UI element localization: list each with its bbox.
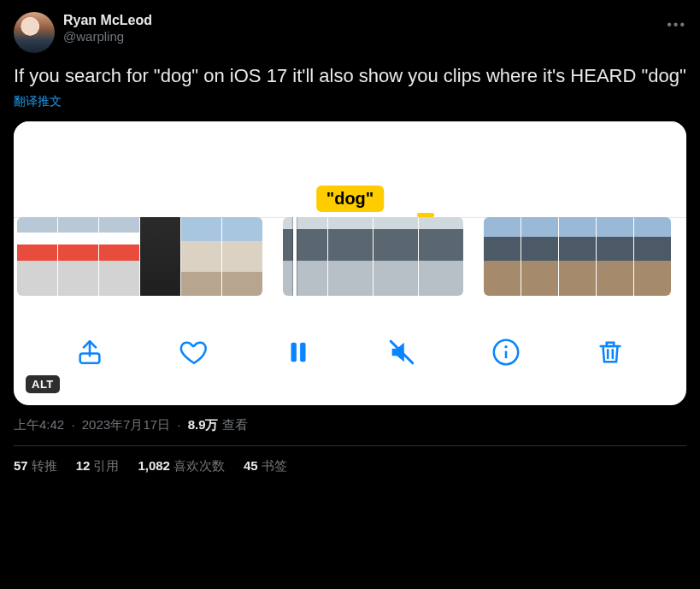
clip-thumb bbox=[419, 217, 463, 296]
clip-thumb bbox=[374, 217, 418, 296]
heart-icon[interactable] bbox=[179, 337, 209, 368]
quotes-stat[interactable]: 12引用 bbox=[76, 458, 120, 474]
alt-badge[interactable]: ALT bbox=[26, 375, 60, 393]
clip-group[interactable] bbox=[283, 217, 463, 296]
svg-rect-2 bbox=[300, 342, 305, 362]
bookmarks-stat[interactable]: 45书签 bbox=[244, 458, 287, 474]
handle: @warpling bbox=[63, 29, 152, 45]
trash-icon[interactable] bbox=[595, 337, 626, 368]
tweet-time[interactable]: 上午4:42 bbox=[14, 417, 64, 432]
meta-row: 上午4:42 · 2023年7月17日 · 8.9万 查看 bbox=[14, 417, 686, 433]
retweets-stat[interactable]: 57转推 bbox=[14, 458, 57, 474]
timeline-strip[interactable] bbox=[14, 217, 686, 296]
likes-stat[interactable]: 1,082喜欢次数 bbox=[138, 458, 225, 474]
tweet-date[interactable]: 2023年7月17日 bbox=[82, 417, 170, 432]
views-count: 8.9万 bbox=[188, 417, 219, 432]
translate-link[interactable]: 翻译推文 bbox=[14, 94, 686, 109]
clip-thumb bbox=[597, 217, 633, 296]
media-controls bbox=[14, 296, 686, 405]
clip-thumb bbox=[140, 217, 180, 296]
media-card[interactable]: "dog" bbox=[14, 121, 686, 405]
divider bbox=[14, 445, 686, 446]
stats-row: 57转推 12引用 1,082喜欢次数 45书签 bbox=[14, 458, 686, 474]
tweet-header: Ryan McLeod @warpling ••• bbox=[14, 12, 686, 53]
clip-thumb bbox=[521, 217, 558, 296]
clip-thumb bbox=[99, 217, 139, 296]
pause-icon[interactable] bbox=[283, 337, 314, 368]
share-icon[interactable] bbox=[74, 337, 105, 368]
clip-group[interactable] bbox=[484, 217, 671, 296]
playhead[interactable] bbox=[293, 217, 297, 296]
clip-group[interactable] bbox=[17, 217, 262, 296]
info-icon[interactable] bbox=[491, 337, 521, 368]
clip-thumb bbox=[328, 217, 373, 296]
tweet: Ryan McLeod @warpling ••• If you search … bbox=[14, 9, 686, 478]
mute-icon[interactable] bbox=[386, 337, 417, 368]
clip-thumb bbox=[58, 217, 98, 296]
clip-thumb bbox=[17, 217, 57, 296]
tweet-text: If you search for "dog" on iOS 17 it'll … bbox=[14, 63, 686, 89]
clip-thumb bbox=[559, 217, 596, 296]
views-label: 查看 bbox=[222, 417, 248, 432]
svg-point-6 bbox=[505, 345, 508, 348]
user-block[interactable]: Ryan McLeod @warpling bbox=[63, 12, 152, 45]
clip-thumb bbox=[283, 217, 327, 296]
caption-chip: "dog" bbox=[316, 186, 385, 212]
media-upper: "dog" bbox=[14, 121, 686, 217]
clip-thumb bbox=[484, 217, 521, 296]
display-name: Ryan McLeod bbox=[63, 12, 152, 29]
clip-thumb bbox=[181, 217, 221, 296]
avatar[interactable] bbox=[14, 12, 55, 53]
clip-thumb bbox=[222, 217, 262, 296]
svg-rect-1 bbox=[291, 342, 296, 362]
clip-thumb bbox=[634, 217, 671, 296]
more-icon[interactable]: ••• bbox=[667, 17, 686, 32]
